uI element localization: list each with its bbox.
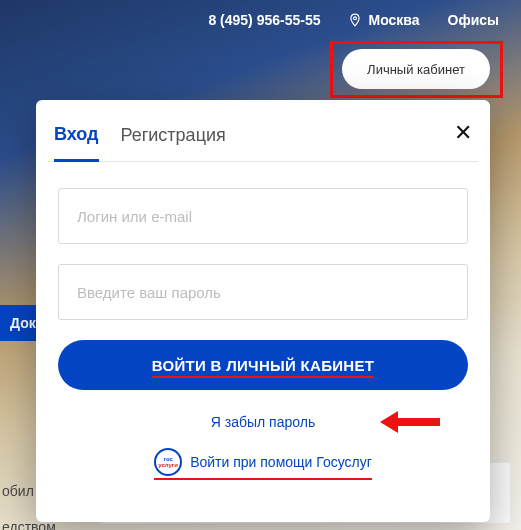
city-selector[interactable]: Москва [348,12,419,28]
close-icon[interactable]: ✕ [454,122,472,144]
auth-tabs: Вход Регистрация ✕ [48,118,478,162]
location-pin-icon [348,12,362,28]
submit-label: ВОЙТИ В ЛИЧНЫЙ КАБИНЕТ [152,357,374,378]
svg-point-0 [354,17,357,20]
tab-register[interactable]: Регистрация [121,119,226,160]
gosuslugi-icon: гос услуги [154,448,182,476]
gosuslugi-link[interactable]: Войти при помощи Госуслуг [190,454,372,470]
account-button[interactable]: Личный кабинет [342,49,490,89]
login-modal: Вход Регистрация ✕ ВОЙТИ В ЛИЧНЫЙ КАБИНЕ… [36,100,490,522]
city-label: Москва [368,12,419,28]
tab-login[interactable]: Вход [54,118,99,162]
gosuslugi-row: гос услуги Войти при помощи Госуслуг [58,448,468,480]
login-form: ВОЙТИ В ЛИЧНЫЙ КАБИНЕТ Я забыл пароль го… [48,162,478,480]
phone-number[interactable]: 8 (495) 956-55-55 [208,12,320,28]
arrow-annotation [380,414,442,430]
offices-link[interactable]: Офисы [448,12,500,28]
login-input[interactable] [58,188,468,244]
forgot-row: Я забыл пароль [58,410,468,434]
topbar: 8 (495) 956-55-55 Москва Офисы [0,0,521,40]
submit-button[interactable]: ВОЙТИ В ЛИЧНЫЙ КАБИНЕТ [58,340,468,390]
forgot-password-link[interactable]: Я забыл пароль [211,414,315,430]
password-input[interactable] [58,264,468,320]
